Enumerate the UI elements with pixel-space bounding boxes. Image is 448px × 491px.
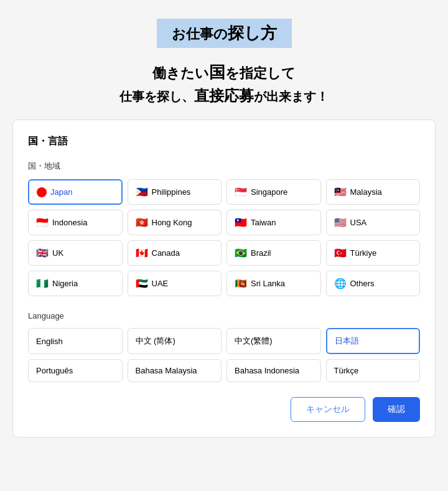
subtitle-line2-prefix: 仕事を探し、 bbox=[119, 90, 194, 103]
country-btn-taiwan[interactable]: 🇹🇼 Taiwan bbox=[226, 210, 321, 235]
country-label-srilanka: Sri Lanka bbox=[251, 279, 285, 288]
language-grid: English中文 (简体)中文(繁體)日本語PortuguêsBahasa M… bbox=[28, 328, 420, 382]
language-section: Language English中文 (简体)中文(繁體)日本語Portuguê… bbox=[28, 311, 420, 382]
country-label-turkiye: Türkiye bbox=[350, 248, 377, 258]
card: 国・言語 国・地域 Japan🇵🇭 Philippines🇸🇬 Singapor… bbox=[12, 119, 436, 437]
country-btn-others[interactable]: 🌐 Others bbox=[326, 271, 421, 296]
country-label-uae: UAE bbox=[152, 279, 169, 288]
subtitle-line1: 働きたい国を指定して bbox=[119, 60, 329, 85]
country-label-indonesia: Indonesia bbox=[52, 218, 87, 227]
country-label-taiwan: Taiwan bbox=[251, 218, 276, 227]
country-label-philippines: Philippines bbox=[152, 187, 191, 197]
subtitle: 働きたい国を指定して 仕事を探し、直接応募が出来ます！ bbox=[119, 60, 329, 107]
country-btn-usa[interactable]: 🇺🇸 USA bbox=[326, 210, 421, 235]
country-btn-turkiye[interactable]: 🇹🇷 Türkiye bbox=[326, 240, 421, 266]
page-title-prefix: お仕事の bbox=[172, 26, 228, 42]
country-label-usa: USA bbox=[350, 218, 367, 227]
country-label-others: Others bbox=[350, 279, 375, 288]
country-btn-srilanka[interactable]: 🇱🇰 Sri Lanka bbox=[226, 271, 321, 296]
lang-btn-japanese[interactable]: 日本語 bbox=[326, 328, 421, 354]
lang-btn-zh-hans[interactable]: 中文 (简体) bbox=[128, 328, 222, 354]
country-label-japan: Japan bbox=[50, 187, 72, 197]
subtitle-line1-bold: 国 bbox=[209, 63, 225, 82]
confirm-button[interactable]: 確認 bbox=[373, 397, 420, 422]
lang-label-zh-hans: 中文 (简体) bbox=[136, 335, 175, 347]
country-btn-uk[interactable]: 🇬🇧 UK bbox=[28, 240, 123, 266]
country-btn-malaysia[interactable]: 🇲🇾 Malaysia bbox=[326, 179, 421, 205]
page-wrapper: お仕事の探し方 働きたい国を指定して 仕事を探し、直接応募が出来ます！ 国・言語… bbox=[12, 19, 436, 437]
country-label-nigeria: Nigeria bbox=[52, 279, 78, 288]
lang-label-japanese: 日本語 bbox=[335, 335, 359, 347]
lang-btn-bahasa-malaysia[interactable]: Bahasa Malaysia bbox=[128, 359, 222, 382]
country-label-canada: Canada bbox=[152, 248, 180, 258]
card-title: 国・言語 bbox=[28, 135, 420, 148]
subtitle-line2-bold: 直接応募 bbox=[194, 87, 254, 104]
lang-btn-portuguese[interactable]: Português bbox=[28, 359, 123, 382]
page-title-container: お仕事の探し方 bbox=[157, 19, 292, 48]
lang-label-bahasa-indonesia: Bahasa Indonesia bbox=[235, 366, 299, 375]
lang-label-zh-hant: 中文(繁體) bbox=[235, 335, 273, 347]
subtitle-line2-suffix: が出来ます！ bbox=[254, 90, 329, 103]
country-grid: Japan🇵🇭 Philippines🇸🇬 Singapore🇲🇾 Malays… bbox=[28, 179, 420, 296]
lang-btn-english[interactable]: English bbox=[28, 328, 123, 354]
country-label-singapore: Singapore bbox=[251, 187, 287, 197]
lang-label-english: English bbox=[36, 337, 63, 346]
lang-label-turkish: Türkçe bbox=[334, 366, 359, 375]
cancel-button[interactable]: キャンセル bbox=[291, 397, 365, 422]
country-btn-indonesia[interactable]: 🇮🇩 Indonesia bbox=[28, 210, 123, 235]
country-label-brazil: Brazil bbox=[251, 248, 271, 258]
subtitle-line1-prefix: 働きたい bbox=[152, 65, 209, 81]
action-row: キャンセル 確認 bbox=[28, 397, 420, 422]
lang-btn-zh-hant[interactable]: 中文(繁體) bbox=[226, 328, 321, 354]
subtitle-line2: 仕事を探し、直接応募が出来ます！ bbox=[119, 85, 329, 107]
page-title-highlight: 探し方 bbox=[228, 24, 277, 42]
country-section-label: 国・地域 bbox=[28, 161, 420, 172]
country-btn-uae[interactable]: 🇦🇪 UAE bbox=[128, 271, 222, 296]
lang-btn-bahasa-indonesia[interactable]: Bahasa Indonesia bbox=[226, 359, 321, 382]
country-btn-brazil[interactable]: 🇧🇷 Brazil bbox=[226, 240, 321, 266]
country-label-hongkong: Hong Kong bbox=[152, 218, 192, 227]
lang-label-portuguese: Português bbox=[36, 366, 73, 375]
lang-label-bahasa-malaysia: Bahasa Malaysia bbox=[136, 366, 197, 375]
subtitle-line1-suffix: を指定して bbox=[225, 65, 296, 81]
country-btn-philippines[interactable]: 🇵🇭 Philippines bbox=[128, 179, 222, 205]
country-btn-singapore[interactable]: 🇸🇬 Singapore bbox=[226, 179, 321, 205]
country-label-malaysia: Malaysia bbox=[350, 187, 382, 197]
language-section-label: Language bbox=[28, 311, 420, 320]
lang-btn-turkish[interactable]: Türkçe bbox=[326, 359, 421, 382]
country-btn-hongkong[interactable]: 🇭🇰 Hong Kong bbox=[128, 210, 222, 235]
page-title: お仕事の探し方 bbox=[157, 19, 292, 48]
country-btn-japan[interactable]: Japan bbox=[28, 179, 123, 205]
country-btn-nigeria[interactable]: 🇳🇬 Nigeria bbox=[28, 271, 123, 296]
country-btn-canada[interactable]: 🇨🇦 Canada bbox=[128, 240, 222, 266]
country-label-uk: UK bbox=[52, 248, 63, 258]
